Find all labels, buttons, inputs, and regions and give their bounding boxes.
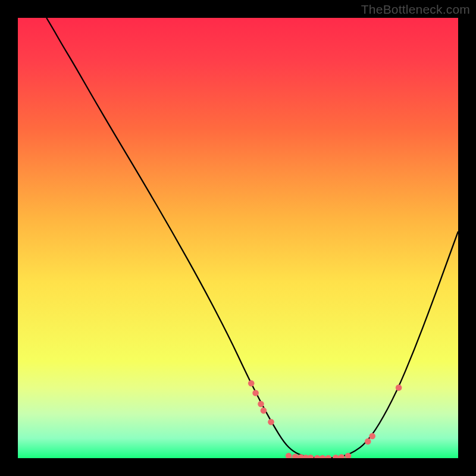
- gradient-background: [18, 18, 458, 458]
- bottleneck-chart: [18, 18, 458, 458]
- marker-point: [396, 384, 402, 391]
- chart-stage: TheBottleneck.com: [0, 0, 476, 476]
- marker-point: [261, 408, 267, 414]
- marker-point: [268, 419, 274, 425]
- plot-area: [18, 18, 458, 458]
- marker-point: [365, 439, 371, 445]
- watermark-text: TheBottleneck.com: [361, 2, 470, 17]
- marker-point: [252, 390, 259, 396]
- marker-point: [258, 401, 264, 408]
- marker-point: [369, 433, 375, 440]
- marker-point: [248, 380, 255, 387]
